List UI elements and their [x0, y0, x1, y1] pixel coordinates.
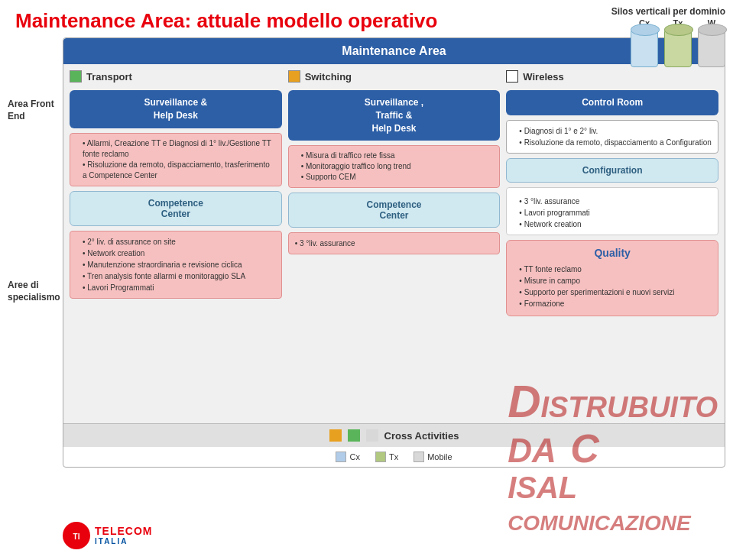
legend-mobile: Mobile	[414, 452, 452, 462]
legend-cx-icon	[336, 452, 346, 462]
transport-aree-box: 2° liv. di assurance on site Network cre…	[70, 231, 282, 299]
cylinder-w	[698, 29, 725, 67]
silos-label: Silos verticali per dominio	[611, 6, 725, 17]
cross-icon-green	[348, 429, 360, 442]
legend-cx: Cx	[336, 452, 359, 462]
cylinder-tx	[664, 29, 692, 67]
legend-tx: Tx	[375, 452, 398, 462]
cross-activities-row: Cross Activities	[63, 423, 725, 447]
label-aree-specialismo: Aree dispecialismo	[8, 280, 63, 303]
wireless-diag-2: Risoluzione da remoto, dispacciamento a …	[519, 137, 712, 148]
surveillance-transport-box: Surveillance &Help Desk	[70, 90, 282, 128]
silo-tx: Tx	[664, 18, 692, 67]
transport-aree-3: Manutenzione straordinaria e revisione c…	[83, 259, 275, 270]
switching-label: Switching	[305, 71, 352, 83]
switching-bullets-box: Misura di traffico rete fissa Monitoragg…	[288, 145, 501, 188]
transport-bullet-2: Risoluzione da remoto, dispacciamento, t…	[83, 160, 275, 181]
watermark-comunicazione: COMUNICAZIONE	[508, 511, 691, 535]
main-box: Maintenance Area Transport Surveillance …	[63, 37, 725, 468]
cross-activities-label: Cross Activities	[384, 430, 459, 442]
transport-aree-4: Tren analysis fonte allarmi e monitoragg…	[83, 270, 275, 282]
telecom-text: TELECOM ITALIA	[95, 526, 152, 545]
legend-cx-label: Cx	[349, 452, 359, 461]
config-bullet-3: Network creation	[519, 218, 712, 230]
config-bullets-box: 3 °liv. assurance Lavori programmati Net…	[506, 187, 718, 235]
col-switching: Switching Surveillance ,Traffic &Help De…	[288, 70, 501, 417]
legend-row: Cx Tx Mobile	[63, 447, 725, 467]
columns-row: Transport Surveillance &Help Desk Allarm…	[63, 64, 725, 423]
transport-label: Transport	[86, 71, 132, 83]
cross-icon-orange	[329, 429, 342, 442]
silos-container: Cx Tx W	[631, 18, 725, 67]
transport-aree-1: 2° liv. di assurance on site	[83, 236, 275, 248]
legend-mobile-label: Mobile	[427, 452, 452, 461]
col-wireless: Wireless Control Room Diagnosi di 1° e 2…	[506, 70, 718, 417]
col-transport: Transport Surveillance &Help Desk Allarm…	[70, 70, 282, 417]
config-bullet-1: 3 °liv. assurance	[519, 196, 712, 207]
wireless-diag-1: Diagnosi di 1° e 2° liv.	[519, 125, 712, 137]
transport-front-end-box: Allarmi, Creazione TT e Diagnosi di 1° l…	[70, 133, 282, 186]
legend-tx-label: Tx	[389, 452, 398, 461]
switching-icon	[288, 70, 300, 83]
quality-title: Quality	[513, 247, 712, 259]
quality-box: Quality TT fonte reclamo Misure in campo…	[506, 240, 718, 316]
silo-w: W	[698, 18, 725, 67]
switching-header: Switching	[288, 70, 501, 83]
transport-aree-5: Lavori Programmati	[83, 282, 275, 293]
telecom-logo-icon: TI	[61, 520, 92, 551]
transport-bullet-1: Allarmi, Creazione TT e Diagnosi di 1° l…	[83, 138, 275, 160]
cylinder-cx	[631, 29, 658, 67]
telecom-name: TELECOM	[95, 526, 152, 537]
configuration-box: Configuration	[506, 158, 718, 183]
quality-bullet-3: Supporto per sperimentazioni e nuovi ser…	[519, 286, 712, 298]
wireless-header: Wireless	[506, 70, 718, 83]
switching-bullet-2: Monitoraggio traffico long trend	[301, 161, 494, 172]
legend-mobile-icon	[414, 452, 424, 462]
wireless-icon	[506, 70, 518, 83]
cross-icon-white	[366, 429, 378, 442]
legend-tx-icon	[375, 452, 386, 462]
quality-bullet-4: Formazione	[519, 298, 712, 309]
maintenance-header: Maintenance Area	[63, 38, 725, 64]
watermark-isal: ISAL	[508, 471, 577, 504]
transport-icon	[70, 70, 82, 83]
switching-three-liv: • 3 °liv. assurance	[295, 239, 355, 248]
svg-text:TI: TI	[73, 532, 80, 541]
left-labels: Area FrontEnd Aree dispecialismo	[8, 37, 63, 303]
wireless-label: Wireless	[523, 71, 563, 83]
wireless-diag-box: Diagnosi di 1° e 2° liv. Risoluzione da …	[506, 120, 718, 154]
surveillance-switching-box: Surveillance ,Traffic &Help Desk	[288, 90, 501, 141]
switching-bullet-1: Misura di traffico rete fissa	[301, 151, 494, 161]
switching-three-liv-box: • 3 °liv. assurance	[288, 232, 501, 254]
silo-cx: Cx	[631, 18, 658, 67]
label-area-front-end: Area FrontEnd	[8, 99, 63, 122]
transport-aree-2: Network creation	[83, 248, 275, 259]
competence-center-transport: CompetenceCenter	[70, 191, 282, 226]
switching-bullet-3: Supporto CEM	[301, 172, 494, 183]
quality-bullet-2: Misure in campo	[519, 275, 712, 286]
quality-bullet-1: TT fonte reclamo	[519, 264, 712, 275]
control-room-box: Control Room	[506, 90, 718, 115]
competence-center-switching: CompetenceCenter	[288, 193, 501, 228]
transport-header: Transport	[70, 70, 282, 83]
telecom-sub: ITALIA	[95, 537, 152, 545]
telecom-logo: TI TELECOM ITALIA	[61, 520, 152, 551]
config-bullet-2: Lavori programmati	[519, 207, 712, 218]
